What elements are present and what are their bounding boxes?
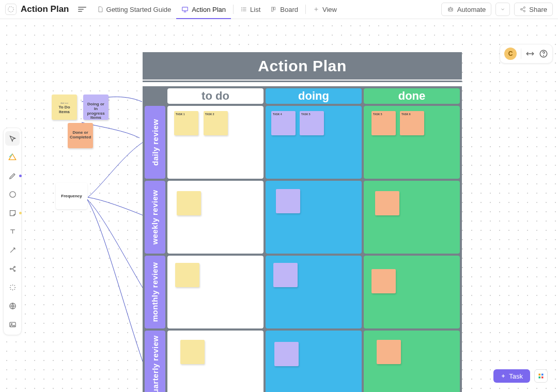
sticky-note[interactable]: TASK 1 — [174, 111, 198, 135]
task-label: Task — [509, 372, 523, 380]
sticky-note[interactable] — [274, 342, 299, 366]
sticky-note[interactable]: TASK 6 — [400, 111, 424, 135]
svg-rect-36 — [539, 377, 541, 379]
plus-icon — [501, 373, 506, 379]
svg-rect-37 — [541, 377, 544, 379]
board-title: Action Plan — [258, 57, 347, 75]
cell-monthly-doing[interactable] — [266, 256, 362, 328]
tool-web[interactable] — [5, 299, 20, 313]
legend-label: Done or Completed — [70, 130, 91, 139]
tab-board[interactable]: Board — [266, 0, 303, 19]
automate-dropdown[interactable] — [495, 3, 510, 16]
add-view[interactable]: View — [308, 0, 342, 19]
row-daily: daily review TASK 1 TASK 2 TASK 4 TASK 5… — [145, 106, 460, 179]
tool-pen[interactable] — [5, 168, 20, 183]
new-task-button[interactable]: Task — [493, 369, 530, 383]
row-label-monthly: monthly review — [145, 256, 165, 328]
tool-mindmap[interactable] — [5, 261, 20, 276]
sticky-note[interactable] — [273, 263, 298, 287]
tool-connector[interactable] — [5, 243, 20, 257]
tool-sticky[interactable] — [5, 206, 20, 220]
tool-ai[interactable] — [5, 280, 20, 294]
plus-icon — [313, 6, 319, 12]
tab-label: Action Plan — [192, 6, 226, 13]
fit-icon[interactable] — [525, 49, 535, 58]
cell-quarterly-doing[interactable] — [266, 331, 362, 392]
cell-quarterly-todo[interactable] — [167, 331, 264, 392]
cell-quarterly-done[interactable] — [364, 331, 460, 392]
board-title-bar: Action Plan — [143, 52, 462, 80]
cell-weekly-todo[interactable] — [167, 181, 264, 254]
tool-circle[interactable] — [5, 187, 20, 201]
help-icon[interactable] — [539, 49, 548, 58]
sticky-note[interactable]: TASK 5 — [371, 111, 396, 135]
row-label-quarterly: quarterly review — [145, 331, 165, 392]
menu-icon[interactable] — [76, 4, 88, 15]
divider — [233, 5, 234, 14]
frequency-node[interactable]: Frequency — [56, 183, 87, 209]
doc-icon — [97, 6, 103, 13]
tab-action-plan[interactable]: Action Plan — [176, 0, 231, 19]
page-title: Action Plan — [21, 4, 69, 14]
robot-icon — [447, 6, 454, 13]
legend-doing[interactable]: Doing or In progress Items — [83, 95, 109, 120]
svg-point-7 — [242, 11, 242, 11]
svg-point-0 — [8, 7, 14, 12]
tool-text[interactable] — [5, 224, 20, 239]
cell-daily-doing[interactable]: TASK 4 TASK 5 — [266, 106, 362, 179]
row-quarterly: quarterly review — [145, 331, 460, 392]
action-plan-board: Action Plan to do doing done daily revie… — [143, 52, 462, 392]
sticky-note[interactable] — [180, 340, 205, 364]
sticky-note[interactable]: TASK 5 — [300, 111, 324, 135]
tab-label: Getting Started Guide — [106, 6, 172, 13]
sticky-note[interactable]: TASK 4 — [271, 111, 296, 135]
share-button[interactable]: Share — [514, 3, 553, 16]
top-bar: Action Plan Getting Started Guide Action… — [0, 0, 558, 19]
cell-weekly-done[interactable] — [364, 181, 460, 254]
sticky-note[interactable] — [371, 269, 396, 293]
floating-actions: Task — [493, 369, 548, 383]
sticky-note[interactable] — [375, 191, 399, 215]
board-grid: daily review TASK 1 TASK 2 TASK 4 TASK 5… — [143, 106, 462, 392]
row-monthly: monthly review — [145, 256, 460, 328]
user-avatar[interactable]: C — [504, 48, 517, 60]
sticky-note[interactable] — [276, 189, 300, 213]
tool-select[interactable] — [5, 131, 20, 146]
sticky-note[interactable] — [377, 340, 401, 364]
svg-point-14 — [451, 9, 452, 10]
svg-point-18 — [524, 10, 525, 12]
tool-image[interactable] — [5, 317, 20, 332]
whiteboard-canvas[interactable]: C Add textTo Do Items Doing or In progre… — [0, 19, 558, 392]
workspace-icon[interactable] — [5, 4, 17, 15]
cell-monthly-done[interactable] — [364, 256, 460, 328]
share-icon — [520, 6, 526, 12]
automate-button[interactable]: Automate — [441, 3, 492, 16]
svg-rect-35 — [541, 374, 544, 376]
svg-point-31 — [544, 55, 544, 56]
tab-getting-started[interactable]: Getting Started Guide — [92, 0, 177, 19]
svg-rect-34 — [539, 374, 541, 376]
tab-label: Board — [280, 6, 298, 13]
legend-done[interactable]: Done or Completed — [68, 123, 93, 148]
svg-point-13 — [449, 9, 450, 10]
cell-daily-done[interactable]: TASK 5 TASK 6 — [364, 106, 460, 179]
cell-monthly-todo[interactable] — [167, 256, 264, 328]
sticky-note[interactable] — [175, 263, 199, 287]
row-label-daily: daily review — [145, 106, 165, 179]
legend-todo[interactable]: Add textTo Do Items — [52, 95, 77, 120]
tool-shapes[interactable] — [5, 150, 20, 164]
cell-weekly-doing[interactable] — [266, 181, 362, 254]
tab-list[interactable]: List — [236, 0, 266, 19]
svg-point-16 — [524, 7, 525, 8]
row-label-weekly: weekly review — [145, 181, 165, 254]
svg-point-25 — [14, 270, 16, 272]
svg-point-23 — [10, 268, 11, 270]
cell-daily-todo[interactable]: TASK 1 TASK 2 — [167, 106, 264, 179]
col-header-done: done — [364, 88, 460, 104]
apps-button[interactable] — [534, 369, 548, 383]
sticky-note[interactable] — [177, 191, 201, 215]
col-header-todo: to do — [167, 88, 264, 104]
grid-icon — [538, 373, 544, 379]
tab-label: List — [250, 6, 260, 13]
sticky-note[interactable]: TASK 2 — [204, 111, 228, 135]
